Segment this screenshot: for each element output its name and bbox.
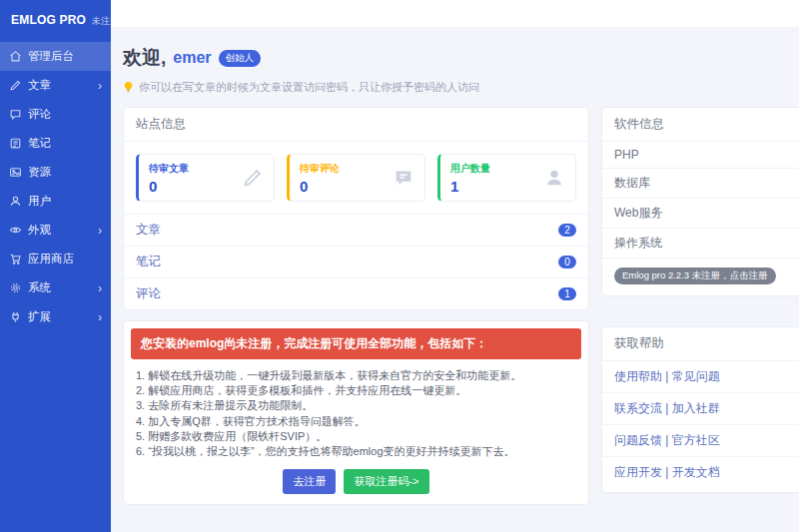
sidebar-item-label: 笔记 [28, 136, 51, 151]
benefit-item: 2. 解锁应用商店，获得更多模板和插件，并支持应用在线一键更新。 [136, 383, 576, 398]
sidebar-item-resources[interactable]: 资源 [0, 158, 111, 187]
stat-label: 用户数量 [450, 162, 490, 176]
left-column: 站点信息 待审文章 0 待审评论 [123, 107, 589, 505]
benefit-item: 5. 附赠多款收费应用（限铁杆SVIP）。 [136, 429, 576, 444]
row-articles[interactable]: 文章 2 [124, 214, 588, 246]
pencil-icon [9, 79, 22, 92]
brand-unregistered-tag: 未注册 [92, 16, 120, 26]
sidebar-item-extensions[interactable]: 扩展 [0, 302, 111, 331]
tip-row: 你可以在写文章的时候为文章设置访问密码，只让你授予密码的人访问 [123, 80, 799, 95]
stat-pending-articles: 待审文章 0 [136, 154, 275, 202]
tip-text: 你可以在写文章的时候为文章设置访问密码，只让你授予密码的人访问 [139, 80, 479, 95]
chevron-right-icon [98, 80, 102, 92]
sidebar-item-system[interactable]: 系统 [0, 273, 111, 302]
row-label: 文章 [136, 222, 161, 239]
sidebar: EMLOG PRO 未注册 管理后台 文章 评论 笔记 [0, 0, 111, 532]
lightbulb-icon [123, 81, 134, 94]
sidebar-item-label: 管理后台 [28, 49, 74, 64]
sidebar-item-dashboard[interactable]: 管理后台 [0, 42, 111, 71]
benefit-item: 4. 加入专属Q群，获得官方技术指导问题解答。 [136, 414, 576, 429]
dashboard-icon [9, 50, 22, 63]
sidebar-item-label: 扩展 [28, 309, 51, 324]
benefit-item: 3. 去除所有未注册提示及功能限制。 [136, 398, 576, 413]
software-row-php: PHP [602, 142, 799, 169]
sidebar-item-label: 评论 [28, 107, 51, 122]
site-info-card: 站点信息 待审文章 0 待审评论 [123, 107, 589, 310]
stats-row: 待审文章 0 待审评论 0 [124, 142, 588, 214]
get-help-card: 获取帮助 使用帮助 | 常见问题 联系交流 | 加入社群 问题反馈 | 官方社区… [601, 326, 799, 493]
benefit-item: 1. 解锁在线升级功能，一键升级到最新版本，获得来自官方的安全和功能更新。 [136, 368, 576, 383]
sidebar-item-label: 外观 [28, 223, 51, 238]
brand: EMLOG PRO 未注册 [0, 0, 111, 40]
role-badge: 创始人 [219, 50, 262, 67]
software-row-database: 数据库 [602, 169, 799, 199]
site-info-title: 站点信息 [124, 108, 588, 142]
help-link-contact[interactable]: 联系交流 | 加入社群 [602, 393, 799, 425]
comment-icon [9, 108, 22, 121]
main-area: 欢迎, emer 创始人 你可以在写文章的时候为文章设置访问密码，只让你授予密码… [111, 0, 799, 532]
benefit-item: 6. “投我以桃，报之以李”，您的支持也将帮助emlog变的更好并持续更新下去。 [136, 444, 576, 459]
page: EMLOG PRO 未注册 管理后台 文章 评论 笔记 [0, 0, 799, 532]
welcome-heading: 欢迎, emer 创始人 [123, 45, 799, 71]
row-label: 笔记 [136, 254, 161, 270]
row-comments[interactable]: 评论 1 [124, 277, 588, 309]
register-button[interactable]: 去注册 [283, 469, 336, 494]
stat-value: 1 [450, 178, 490, 195]
sidebar-item-appearance[interactable]: 外观 [0, 216, 111, 245]
version-register-badge[interactable]: Emlog pro 2.2.3 未注册，点击注册 [614, 267, 776, 284]
stat-pending-comments: 待审评论 0 [287, 154, 425, 202]
chevron-right-icon [98, 311, 102, 323]
stat-value: 0 [300, 178, 340, 195]
user-icon [543, 167, 565, 189]
count-badge: 2 [558, 224, 576, 237]
eye-icon [9, 224, 22, 237]
stat-label: 待审文章 [149, 162, 189, 176]
columns: 站点信息 待审文章 0 待审评论 [123, 107, 799, 505]
register-notice-card: 您安装的emlog尚未注册，完成注册可使用全部功能，包括如下： 1. 解锁在线升… [123, 320, 589, 505]
sidebar-nav: 管理后台 文章 评论 笔记 资源 用户 [0, 42, 111, 331]
gear-icon [9, 281, 22, 294]
stat-value: 0 [149, 178, 189, 195]
cart-icon [9, 253, 22, 266]
help-link-feedback[interactable]: 问题反馈 | 官方社区 [602, 425, 799, 457]
right-column: 软件信息 PHP 数据库 Web服务 操作系统 Emlog pro 2.2.3 … [601, 107, 799, 493]
username-link[interactable]: emer [173, 49, 211, 67]
plug-icon [9, 310, 22, 323]
software-row-os: 操作系统 [602, 229, 799, 259]
sidebar-item-app-store[interactable]: 应用商店 [0, 245, 111, 273]
software-info-title: 软件信息 [602, 108, 799, 142]
sidebar-item-comments[interactable]: 评论 [0, 100, 111, 129]
count-badge: 0 [558, 256, 576, 268]
sidebar-item-notes[interactable]: 笔记 [0, 129, 111, 158]
user-icon [9, 195, 22, 208]
help-link-dev-docs[interactable]: 应用开发 | 开发文档 [602, 457, 799, 492]
software-row-web-server: Web服务 [602, 199, 799, 229]
benefit-list: 1. 解锁在线升级功能，一键升级到最新版本，获得来自官方的安全和功能更新。 2.… [131, 359, 581, 464]
help-link-usage[interactable]: 使用帮助 | 常见问题 [602, 361, 799, 393]
brand-title: EMLOG PRO [11, 13, 86, 27]
top-bar [111, 0, 799, 27]
row-label: 评论 [136, 285, 161, 302]
sidebar-item-users[interactable]: 用户 [0, 187, 111, 216]
sidebar-item-label: 系统 [28, 280, 51, 295]
chevron-right-icon [98, 282, 102, 294]
get-code-button[interactable]: 获取注册码-> [344, 469, 428, 494]
welcome-text: 欢迎, [123, 45, 166, 71]
sidebar-item-label: 应用商店 [28, 252, 74, 266]
get-help-title: 获取帮助 [602, 327, 799, 361]
sidebar-item-label: 资源 [28, 165, 51, 180]
note-icon [9, 137, 22, 150]
content: 欢迎, emer 创始人 你可以在写文章的时候为文章设置访问密码，只让你授予密码… [111, 27, 799, 532]
comment-icon [393, 167, 414, 189]
sidebar-item-label: 文章 [28, 78, 51, 93]
stat-user-count: 用户数量 1 [437, 154, 576, 202]
sidebar-item-articles[interactable]: 文章 [0, 71, 111, 100]
count-badge: 1 [558, 287, 576, 300]
row-notes[interactable]: 笔记 0 [124, 246, 588, 277]
stat-label: 待审评论 [300, 162, 340, 176]
pencil-icon [242, 167, 264, 189]
sidebar-item-label: 用户 [28, 194, 51, 209]
unregistered-alert: 您安装的emlog尚未注册，完成注册可使用全部功能，包括如下： [131, 328, 581, 359]
notice-buttons: 去注册 获取注册码-> [131, 464, 581, 494]
image-icon [9, 166, 22, 179]
